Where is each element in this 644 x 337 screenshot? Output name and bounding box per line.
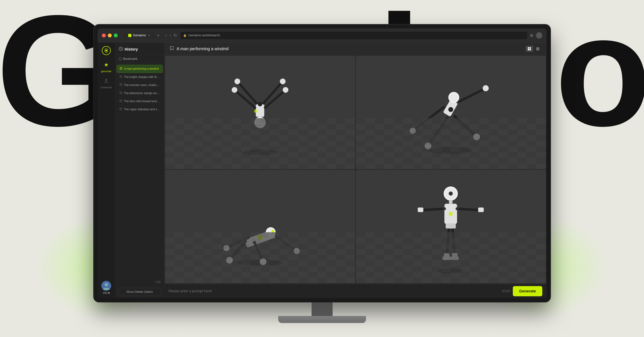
content-title: A man performing a windmil: [177, 46, 526, 51]
traffic-lights: [102, 33, 118, 37]
back-button[interactable]: ‹: [165, 32, 168, 38]
svg-point-97: [443, 207, 446, 210]
robot-scene-2: [356, 56, 546, 169]
view-list-button[interactable]: [534, 46, 542, 52]
browser-toolbar-right: ⊞: [530, 32, 542, 39]
sidebar-logo: [102, 46, 111, 56]
history-item-icon-0: [120, 67, 122, 70]
svg-point-2: [105, 79, 107, 81]
history-item-text-3: The adventurer swings acro...: [124, 92, 160, 95]
sidebar-avatar[interactable]: [101, 281, 111, 291]
motion-cell-2[interactable]: [356, 56, 546, 169]
address-bar[interactable]: 🔒 Genaimo.world/search: [180, 32, 527, 39]
lock-icon: 🔒: [183, 34, 187, 37]
bookmark-toggle: Bookmark: [115, 55, 164, 63]
svg-point-1: [105, 50, 107, 51]
floor-pattern-2: [356, 118, 546, 169]
bookmark-radio[interactable]: [119, 57, 122, 60]
forward-button[interactable]: ›: [169, 32, 172, 38]
svg-rect-12: [530, 47, 531, 49]
main-content: A man performing a windmil: [164, 42, 546, 298]
monitor-stand-base: [278, 316, 366, 323]
svg-point-98: [456, 207, 458, 210]
traffic-light-red[interactable]: [102, 33, 106, 37]
motion-cell-3[interactable]: [165, 170, 355, 283]
svg-point-82: [449, 192, 453, 196]
history-item-text-5: The rogue sidesteps and sta...: [124, 108, 160, 111]
svg-point-35: [258, 102, 262, 106]
tab-label: Genaimo: [133, 33, 146, 37]
svg-rect-86: [418, 208, 424, 212]
svg-point-34: [280, 78, 286, 84]
bookmark-icon-header[interactable]: [169, 46, 174, 52]
sidebar-credits: 300: [103, 291, 110, 295]
svg-point-3: [104, 283, 108, 287]
history-item-icon-1: [120, 75, 122, 79]
history-item-icon-2: [120, 83, 122, 87]
history-item-3[interactable]: The adventurer swings acro...: [116, 89, 163, 97]
history-title: History: [125, 47, 138, 52]
generate-icon: [104, 62, 109, 69]
history-item-0[interactable]: A man performing a windmil: [116, 65, 163, 73]
history-item-icon-5: [120, 108, 122, 111]
floor-pattern-3: [165, 232, 355, 283]
history-item-icon-4: [120, 99, 122, 103]
address-bar-row: ‹ › ↻ 🔒 Genaimo.world/search ⊞: [165, 32, 542, 39]
history-panel: History Bookmark: [115, 42, 164, 298]
traffic-light-green[interactable]: [114, 33, 118, 37]
credits-value: 300: [103, 291, 108, 295]
traffic-light-yellow[interactable]: [108, 33, 112, 37]
app-layout: generate Character: [98, 42, 546, 298]
url-text: Genaimo.world/search: [188, 33, 220, 37]
floor-pattern-1: [165, 118, 355, 169]
browser-chrome: Genaimo ✕ + ‹ › ↻ 🔒 Genaimo.world/search: [98, 28, 546, 42]
svg-rect-88: [478, 208, 484, 212]
history-list: A man performing a windmil The knight ch…: [115, 63, 164, 278]
tab-favicon: [128, 34, 131, 37]
history-item-text-2: The monster roars, shaking l...: [124, 83, 160, 87]
char-count: 0/140: [502, 289, 510, 293]
prompt-bar: 0/140 Generate: [164, 284, 546, 298]
svg-rect-89: [446, 224, 456, 229]
tab-bar: Genaimo ✕ +: [124, 32, 162, 39]
history-item-2[interactable]: The monster roars, shaking l...: [116, 81, 163, 89]
show-delete-button[interactable]: Show Delete Option: [118, 288, 162, 296]
sidebar-item-generate-label: generate: [101, 70, 111, 73]
character-icon: [104, 78, 109, 85]
history-item-5[interactable]: The rogue sidesteps and sta...: [116, 105, 163, 113]
svg-point-54: [448, 107, 453, 112]
refresh-button[interactable]: ↻: [173, 32, 178, 38]
motion-cell-1[interactable]: [165, 56, 355, 169]
motion-cell-4[interactable]: [356, 170, 546, 283]
svg-rect-16: [536, 49, 539, 49]
sidebar-item-generate[interactable]: generate: [98, 59, 115, 75]
bookmark-label[interactable]: Bookmark: [123, 57, 138, 61]
svg-point-49: [482, 85, 489, 91]
extensions-icon[interactable]: ⊞: [530, 33, 533, 38]
history-clock-icon: [119, 47, 123, 52]
sidebar-item-character[interactable]: Character: [98, 75, 115, 92]
nav-buttons: ‹ › ↻: [165, 32, 178, 38]
new-tab-button[interactable]: +: [156, 32, 162, 39]
monitor-screen: Genaimo ✕ + ‹ › ↻ 🔒 Genaimo.world/search: [98, 28, 546, 298]
svg-rect-17: [536, 50, 539, 50]
prompt-input[interactable]: [168, 289, 500, 293]
svg-line-87: [457, 209, 479, 210]
motion-grid: [164, 55, 546, 284]
history-pagination: 1/30: [115, 278, 164, 286]
history-item-1[interactable]: The knight charges with thei .: [116, 73, 163, 81]
history-item-text-1: The knight charges with thei .: [124, 75, 160, 79]
svg-rect-15: [536, 47, 539, 48]
tab-close-button[interactable]: ✕: [148, 34, 150, 37]
svg-point-36: [254, 109, 258, 113]
browser-tab-active[interactable]: Genaimo ✕: [124, 32, 155, 39]
generate-button[interactable]: Generate: [513, 286, 542, 296]
sidebar-item-character-label: Character: [100, 86, 112, 89]
svg-point-28: [232, 87, 237, 93]
svg-point-45: [450, 93, 458, 101]
history-item-4[interactable]: The hero rolls forward and j...: [116, 97, 163, 105]
sidebar: generate Character: [98, 42, 115, 298]
monitor-wrapper: Genaimo ✕ + ‹ › ↻ 🔒 Genaimo.world/search: [94, 24, 550, 323]
view-grid-button[interactable]: [526, 46, 533, 52]
profile-icon[interactable]: [536, 32, 542, 39]
